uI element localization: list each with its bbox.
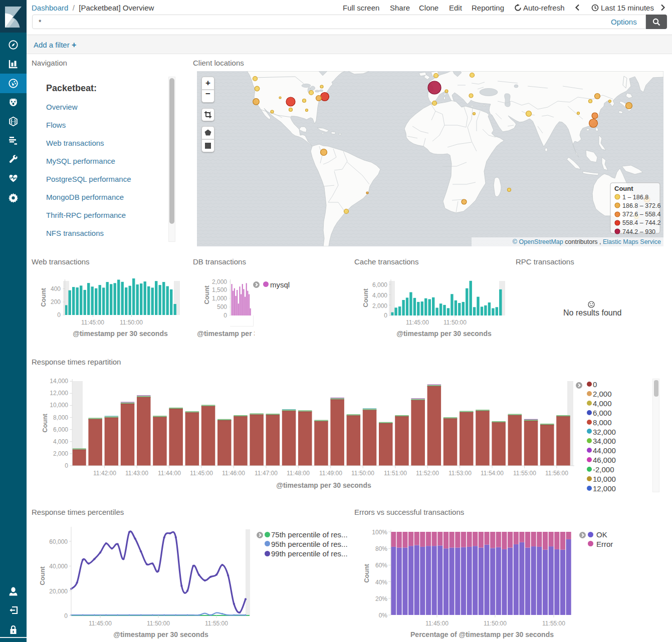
svg-text:558.4 – 744.2: 558.4 – 744.2 (622, 219, 661, 226)
svg-text:© OpenStreetMap contributors ,: © OpenStreetMap contributors , Elastic M… (513, 238, 661, 245)
svg-text:372.6 – 558.4: 372.6 – 558.4 (622, 211, 661, 218)
svg-text:744.2 – 930: 744.2 – 930 (622, 228, 655, 235)
svg-text:Count: Count (614, 185, 633, 192)
svg-text:186.8 – 372.6: 186.8 – 372.6 (622, 202, 661, 209)
svg-text:1 – 186.8: 1 – 186.8 (622, 194, 648, 201)
